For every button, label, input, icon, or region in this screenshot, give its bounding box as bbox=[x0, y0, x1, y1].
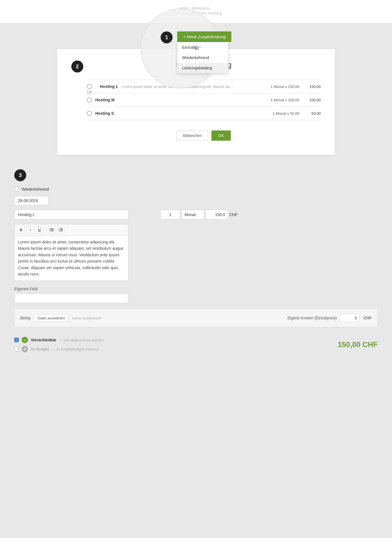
svg-rect-11 bbox=[60, 231, 63, 231]
unit-input[interactable] bbox=[181, 210, 204, 219]
step3-content: Wiederkehrend 28.09.2019 CHF B I U bbox=[14, 187, 378, 355]
hosting-l-period: 1 Monat x 150,00 bbox=[271, 84, 299, 89]
eigenes-feld-label: Eigenes Feld bbox=[14, 287, 378, 291]
toolbar-separator bbox=[45, 227, 46, 233]
svg-rect-1 bbox=[51, 228, 54, 229]
svg-rect-9 bbox=[60, 229, 63, 230]
catalog-row-hosting-l[interactable]: ☞ Hosting L Lorem ipsum dolor sit amet, … bbox=[87, 80, 321, 93]
date-input[interactable]: 28.09.2019 bbox=[14, 196, 49, 205]
svg-text:3.: 3. bbox=[59, 230, 60, 231]
abbrechen-button[interactable]: Abbrechen bbox=[177, 130, 208, 141]
editor-section: B I U 1. bbox=[14, 224, 378, 281]
wiederkehrend-checkbox[interactable] bbox=[14, 187, 19, 192]
total-price: 150,00 CHF bbox=[338, 340, 378, 349]
im-budget-label: Im Budget bbox=[31, 347, 49, 351]
verrechenbar-label: Verrechenbar bbox=[31, 338, 56, 342]
name-input[interactable] bbox=[14, 210, 128, 219]
verrechenbar-sub: – soll abgerechnet werden bbox=[60, 338, 104, 342]
verrechenbar-icon bbox=[22, 337, 28, 343]
underline-button[interactable]: U bbox=[36, 226, 43, 233]
step1-area: 1 + Neue Zusatzleistung Einmalig Wiederk… bbox=[0, 23, 392, 43]
svg-point-4 bbox=[50, 231, 50, 231]
svg-rect-7 bbox=[60, 228, 63, 229]
bottom-row: Verrechenbar – soll abgerechnet werden I… bbox=[14, 334, 378, 355]
partial-text2: .ende z.B. jährliche Hosting bbox=[170, 11, 222, 15]
beleg-section: Beleg Datei auswählen Keine ausgewählt E… bbox=[14, 309, 378, 327]
dropdown-leistungskatalog[interactable]: Leistungskatalog bbox=[177, 63, 228, 73]
step1-inner: 1 + Neue Zusatzleistung Einmalig Wiederk… bbox=[161, 31, 231, 43]
dropdown-einmalig[interactable]: Einmalig bbox=[177, 42, 228, 53]
step1-badge: 1 bbox=[161, 31, 173, 43]
currency-label: CHF bbox=[229, 212, 238, 217]
editor-area[interactable]: Lorem ipsum dolor sit amet, consectetur … bbox=[14, 235, 128, 281]
hosting-l-desc: Lorem ipsum dolor sit amet, consectetur … bbox=[122, 84, 271, 89]
neue-zusatzleistung-button[interactable]: + Neue Zusatzleistung bbox=[177, 31, 231, 42]
editor-toolbar: B I U 1. bbox=[14, 224, 128, 235]
dropdown-wiederkehrend[interactable]: Wiederkehrend bbox=[177, 53, 228, 63]
svg-point-2 bbox=[50, 229, 50, 230]
hosting-l-name: Hosting L bbox=[100, 84, 118, 89]
step3-header: 3 bbox=[14, 169, 378, 181]
catalog-buttons: Abbrechen OK bbox=[87, 130, 321, 141]
name-price-row: CHF bbox=[14, 210, 378, 219]
svg-rect-5 bbox=[51, 231, 54, 231]
catalog-row-hosting-m[interactable]: Hosting M 1 Monat x 100,00 100,00 bbox=[87, 93, 321, 107]
radio-hosting-l[interactable] bbox=[87, 84, 92, 89]
catalog-row-hosting-s[interactable]: Hosting S 1 Monat x 50,00 50,00 bbox=[87, 107, 321, 120]
top-partial: osten, Reisekos... .ende z.B. jährliche … bbox=[0, 0, 392, 23]
beleg-label: Beleg bbox=[20, 316, 31, 320]
verrechenbar-checkbox[interactable] bbox=[14, 338, 19, 342]
step2-badge: 2 bbox=[71, 61, 83, 72]
eigene-kosten-label: Eigene Kosten (Einzelpreis) bbox=[287, 316, 337, 320]
hosting-m-period: 1 Monat x 100,00 bbox=[271, 98, 299, 102]
bold-button[interactable]: B bbox=[17, 226, 25, 233]
hosting-m-name: Hosting M bbox=[95, 98, 115, 102]
list-ol-button[interactable]: 1. 2. 3. bbox=[57, 226, 64, 233]
step3-badge: 3 bbox=[14, 169, 26, 181]
im-budget-checkbox[interactable] bbox=[14, 347, 19, 351]
italic-button[interactable]: I bbox=[27, 226, 34, 233]
eigenes-feld-input[interactable] bbox=[14, 293, 128, 303]
neue-zusatzleistung-dropdown[interactable]: + Neue Zusatzleistung Einmalig Wiederkeh… bbox=[177, 31, 231, 42]
beleg-left: Beleg Datei auswählen Keine ausgewählt bbox=[20, 314, 102, 322]
eigene-kosten-currency: CHF bbox=[363, 316, 372, 320]
beleg-right: Eigene Kosten (Einzelpreis) CHF bbox=[287, 314, 372, 322]
partial-text1: osten, Reisekos... bbox=[179, 6, 213, 11]
im-budget-icon bbox=[22, 346, 28, 352]
catalog-list: ☞ Hosting L Lorem ipsum dolor sit amet, … bbox=[87, 80, 321, 120]
hosting-s-price: 50,00 bbox=[305, 111, 321, 116]
quantity-input[interactable] bbox=[160, 210, 180, 219]
hosting-l-price: 150,00 bbox=[305, 84, 321, 89]
svg-point-0 bbox=[50, 228, 50, 229]
im-budget-sub: – im Projektbudget inklusive bbox=[53, 347, 99, 351]
bottom-left: Verrechenbar – soll abgerechnet werden I… bbox=[14, 337, 104, 352]
verrechenbar-row: Verrechenbar – soll abgerechnet werden bbox=[14, 337, 104, 343]
step3-section: 3 Wiederkehrend 28.09.2019 CHF B I U bbox=[0, 161, 392, 364]
hosting-s-name: Hosting S bbox=[95, 111, 114, 116]
eigene-kosten-input[interactable] bbox=[340, 314, 359, 322]
im-budget-row: Im Budget – im Projektbudget inklusive bbox=[14, 346, 104, 352]
eigenes-feld-section: Eigenes Feld bbox=[14, 287, 378, 303]
ok-button[interactable]: OK bbox=[211, 130, 231, 141]
radio-hosting-m[interactable] bbox=[87, 97, 92, 102]
price-input[interactable] bbox=[205, 210, 228, 219]
datei-auswaehlen-button[interactable]: Datei auswählen bbox=[34, 314, 69, 322]
radio-hosting-s[interactable] bbox=[87, 111, 92, 116]
zoom-circle-wrapper: 1 + Neue Zusatzleistung Einmalig Wiederk… bbox=[161, 31, 231, 43]
list-ul-button[interactable] bbox=[48, 226, 55, 233]
dropdown-menu: Einmalig Wiederkehrend Leistungskatalog bbox=[177, 42, 229, 73]
svg-rect-3 bbox=[51, 229, 54, 230]
wiederkehrend-label: Wiederkehrend bbox=[22, 187, 49, 192]
hosting-m-price: 100,00 bbox=[305, 98, 321, 102]
keine-ausgewaehlt: Keine ausgewählt bbox=[72, 316, 102, 320]
wiederkehrend-row: Wiederkehrend bbox=[14, 187, 378, 192]
hosting-s-period: 1 Monat x 50,00 bbox=[273, 111, 299, 116]
